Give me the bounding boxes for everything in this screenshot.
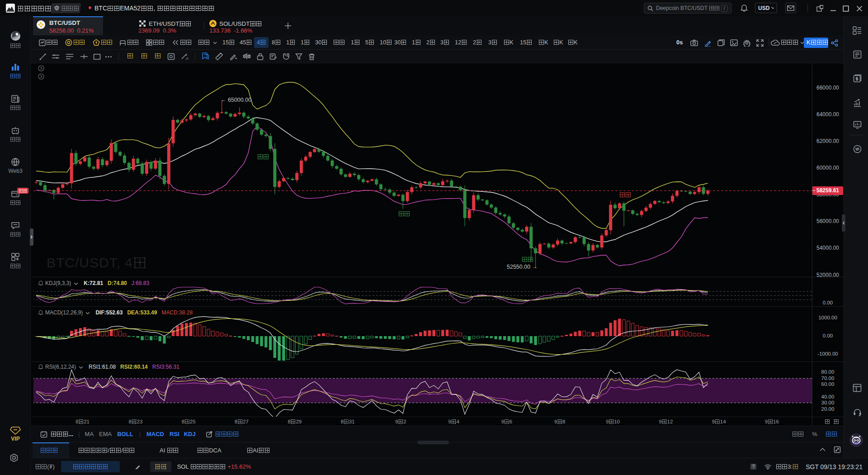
svg-text:?: ?	[752, 464, 755, 469]
